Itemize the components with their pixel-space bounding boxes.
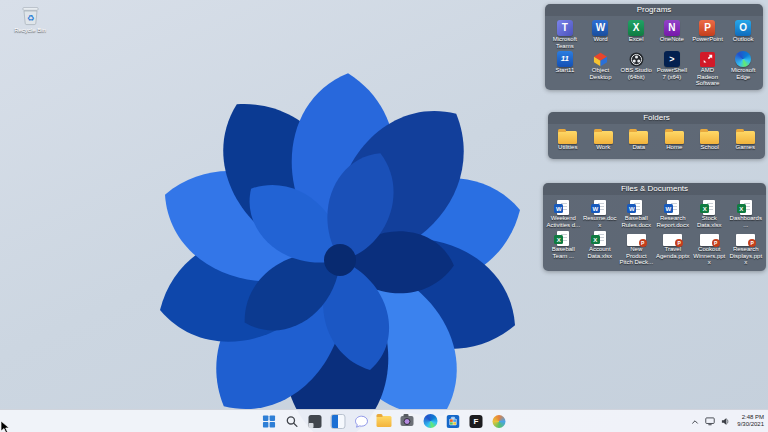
desktop-shortcut[interactable]: Work	[586, 126, 622, 151]
pptslide-icon: P	[663, 234, 682, 246]
desktop-shortcut[interactable]: XStock Data.xlsx	[691, 197, 728, 228]
desktop-shortcut[interactable]: PResearch Displays.pptx	[728, 228, 765, 266]
microsoft-store-button[interactable]	[445, 413, 462, 430]
hidden-icons-chevron-button[interactable]	[690, 413, 700, 429]
chat-button[interactable]	[353, 413, 370, 430]
shortcut-label: Word	[593, 36, 607, 43]
shortcut-icon-slot: P	[699, 18, 715, 36]
shortcut-icon-slot: W	[594, 197, 606, 215]
desktop-shortcut[interactable]: AMD Radeon Software	[690, 49, 726, 87]
pptslide-icon: P	[627, 234, 646, 246]
file-explorer-button[interactable]	[376, 413, 393, 430]
shortcut-label: Travel Agenda.pptx	[656, 246, 690, 259]
recycle-bin-shortcut[interactable]: ♻ Recycle Bin	[8, 5, 52, 34]
shortcut-icon-slot: W	[557, 197, 569, 215]
shortcut-label: Weekend Activities d...	[546, 215, 580, 228]
shortcut-icon-slot	[699, 49, 715, 67]
task-view-button[interactable]	[307, 413, 324, 430]
fence-title[interactable]: Programs	[545, 4, 763, 16]
fence-title[interactable]: Folders	[548, 112, 765, 124]
worddoc-icon: W	[630, 200, 642, 215]
fences-icon: F	[470, 415, 483, 428]
desktop-shortcut[interactable]: WWord	[583, 18, 619, 49]
tray-icons	[690, 413, 731, 429]
desktop-shortcut[interactable]: WResume.docx	[582, 197, 619, 228]
shortcut-icon-slot	[558, 126, 577, 144]
shortcut-icon-slot: O	[735, 18, 751, 36]
shortcut-label: Excel	[629, 36, 644, 43]
word-icon: W	[592, 20, 608, 36]
shortcut-label: Baseball Rules.docx	[619, 215, 653, 228]
desktop-shortcut[interactable]: PTravel Agenda.pptx	[655, 228, 692, 266]
desktop-shortcut[interactable]: Data	[621, 126, 657, 151]
stardock-app-button[interactable]	[491, 413, 508, 430]
speaker-button[interactable]	[720, 413, 731, 429]
desktop-shortcut[interactable]: Microsoft Edge	[725, 49, 761, 87]
camera-icon	[401, 416, 414, 426]
outlook-icon: O	[735, 20, 751, 36]
edge-button[interactable]	[422, 413, 439, 430]
fences-button[interactable]: F	[468, 413, 485, 430]
desktop-shortcut[interactable]: WBaseball Rules.docx	[618, 197, 655, 228]
shortcut-icon-slot: X	[628, 18, 644, 36]
shortcut-label: Baseball Team ...	[546, 246, 580, 259]
desktop-shortcut[interactable]: >PowerShell 7 (x64)	[654, 49, 690, 87]
wallpaper-bloom-image	[70, 60, 610, 432]
desktop-shortcut[interactable]: PCookout Winners.pptx	[691, 228, 728, 266]
fence-files-documents: Files & DocumentsWWeekend Activities d..…	[543, 183, 766, 271]
pptslide-icon: P	[700, 234, 719, 246]
desktop-shortcut[interactable]: XDashboards...	[728, 197, 765, 228]
shortcut-label: Research Displays.pptx	[729, 246, 763, 266]
shortcut-icon-slot: X	[557, 228, 569, 246]
shortcut-label: AMD Radeon Software	[690, 67, 724, 87]
exceldoc-icon: X	[557, 231, 569, 246]
desktop-shortcut[interactable]: WResearch Report.docx	[655, 197, 692, 228]
widgets-button[interactable]	[330, 413, 347, 430]
shortcut-icon-slot	[665, 126, 684, 144]
desktop-shortcut[interactable]: XBaseball Team ...	[545, 228, 582, 266]
shortcut-label: Microsoft Teams	[548, 36, 582, 49]
exceldoc-icon: X	[703, 200, 715, 215]
shortcut-label: Cookout Winners.pptx	[692, 246, 726, 266]
start11-icon: 11	[557, 51, 573, 67]
desktop-shortcut[interactable]: Games	[728, 126, 764, 151]
folder-icon	[629, 131, 648, 144]
desktop-shortcut[interactable]: XAccount Data.xlsx	[582, 228, 619, 266]
shortcut-icon-slot: T	[557, 18, 573, 36]
shortcut-icon-slot	[700, 126, 719, 144]
recycle-bin-label: Recycle Bin	[14, 27, 46, 34]
desktop-shortcut[interactable]: PNew Product Pitch Deck...	[618, 228, 655, 266]
camera-button[interactable]	[399, 413, 416, 430]
tray-date: 9/30/2021	[737, 421, 764, 428]
fence-title[interactable]: Files & Documents	[543, 183, 766, 195]
shortcut-label: Home	[666, 144, 682, 151]
shortcut-icon-slot	[736, 126, 755, 144]
desktop-shortcut[interactable]: TMicrosoft Teams	[547, 18, 583, 49]
shortcut-label: Stock Data.xlsx	[692, 215, 726, 228]
desktop-shortcut[interactable]: 11Start11	[547, 49, 583, 87]
worddoc-icon: W	[594, 200, 606, 215]
shortcut-icon-slot: X	[594, 228, 606, 246]
shortcut-label: PowerPoint	[692, 36, 723, 43]
desktop-shortcut[interactable]: OOutlook	[725, 18, 761, 49]
desktop-shortcut[interactable]: PPowerPoint	[690, 18, 726, 49]
desktop-shortcut[interactable]: School	[692, 126, 728, 151]
desktop-shortcut[interactable]: Utilities	[550, 126, 586, 151]
desktop-shortcut[interactable]: OBS Studio (64bit)	[618, 49, 654, 87]
fence-folders: FoldersUtilitiesWorkDataHomeSchoolGames	[548, 112, 765, 159]
shortcut-label: PowerShell 7 (x64)	[655, 67, 689, 80]
desktop-shortcut[interactable]: XExcel	[618, 18, 654, 49]
desktop-shortcut[interactable]: NOneNote	[654, 18, 690, 49]
shortcut-label: Object Desktop	[583, 67, 617, 80]
taskbar-clock[interactable]: 2:48 PM 9/30/2021	[736, 413, 765, 429]
start-button[interactable]	[261, 413, 278, 430]
search-button[interactable]	[284, 413, 301, 430]
desktop-shortcut[interactable]: Object Desktop	[583, 49, 619, 87]
shortcut-icon-slot: 11	[557, 49, 573, 67]
fence-grid: UtilitiesWorkDataHomeSchoolGames	[548, 124, 765, 151]
pptslide-icon: P	[736, 234, 755, 246]
onenote-icon: N	[664, 20, 680, 36]
desktop-shortcut[interactable]: WWeekend Activities d...	[545, 197, 582, 228]
display-button[interactable]	[704, 413, 716, 429]
desktop-shortcut[interactable]: Home	[657, 126, 693, 151]
